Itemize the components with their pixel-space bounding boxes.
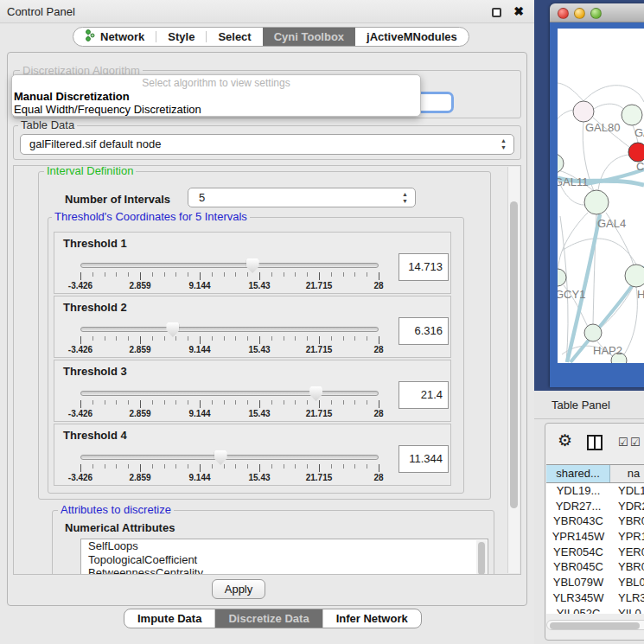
slider-tick — [235, 336, 236, 341]
table-row[interactable]: YBL079WYBL0 — [546, 575, 644, 590]
slider-tick — [200, 464, 201, 472]
number-of-intervals-label: Number of Intervals — [65, 193, 170, 206]
slider-tick — [175, 272, 176, 277]
tab-label: Impute Data — [137, 612, 201, 625]
slider-tick — [188, 464, 188, 469]
table-row[interactable]: YDL19...YDL1 — [546, 483, 644, 499]
attribute-list-item[interactable]: BetweennessCentrality — [81, 566, 488, 575]
tab-label: Select — [218, 30, 251, 43]
columns-icon[interactable] — [587, 435, 603, 450]
spinner-stepper-icon[interactable]: ▲▼ — [402, 191, 408, 205]
gear-icon[interactable]: ⚙ — [558, 430, 572, 450]
close-icon[interactable]: ✖ — [513, 4, 524, 18]
tab-network[interactable]: Network — [73, 28, 156, 46]
table-row[interactable]: YBR043CYBR0 — [546, 513, 644, 529]
slider-tick — [319, 336, 320, 344]
slider-tick-label: 28 — [373, 409, 383, 418]
slider-tick-label: 15.43 — [248, 473, 270, 482]
number-of-intervals-spinner[interactable]: 5 ▲▼ — [188, 188, 416, 207]
combo-stepper-icon[interactable]: ▲▼ — [501, 137, 507, 151]
slider-tick — [140, 400, 141, 408]
tab-style[interactable]: Style — [156, 28, 206, 46]
slider-tick — [116, 336, 117, 341]
network-window-titlebar[interactable] — [550, 3, 644, 22]
panel-title: Control Panel — [7, 5, 75, 18]
table-horizontal-scrollbar[interactable] — [546, 620, 644, 630]
column-header-1[interactable]: shared... — [546, 465, 610, 482]
slider-tick — [235, 272, 236, 277]
slider-tick — [92, 400, 93, 405]
algorithm-option[interactable]: Equal Width/Frequency Discretization — [14, 103, 418, 116]
checkbox-icon[interactable]: ☑ — [630, 436, 641, 449]
table-hscrollbar-thumb[interactable] — [550, 622, 640, 629]
slider-thumb[interactable] — [166, 322, 179, 337]
attributes-list-scrollbar[interactable] — [476, 540, 487, 575]
attribute-list-item[interactable]: TopologicalCoefficient — [81, 553, 488, 567]
slider-tick — [164, 272, 165, 277]
float-panel-icon[interactable] — [492, 8, 501, 17]
table-cell: YDR27... — [546, 499, 610, 514]
node-table[interactable]: shared...na YDL19...YDL1YDR27...YDR2YBR0… — [546, 464, 644, 614]
node — [622, 105, 642, 125]
threshold-value-field[interactable]: 21.4 — [399, 381, 449, 409]
tab-label: jActiveMNodules — [367, 30, 457, 43]
slider-tick — [128, 336, 129, 341]
table-row[interactable]: YDR27...YDR2 — [546, 499, 644, 514]
table-data-value: galFiltered.sif default node — [29, 137, 161, 150]
slider-tick — [379, 464, 379, 472]
table-row[interactable]: YPR145WYPR1 — [546, 529, 644, 545]
table-data-combobox[interactable]: galFiltered.sif default node ▲▼ — [20, 134, 514, 155]
table-row[interactable]: YIL052CYIL0 — [546, 606, 644, 615]
node-label-h: H — [637, 288, 644, 301]
tab-select[interactable]: Select — [207, 28, 262, 46]
zoom-traffic-light-icon[interactable] — [590, 8, 602, 19]
slider-tick — [80, 400, 81, 408]
slider-tick — [224, 464, 225, 469]
attribute-list-item[interactable]: SelfLoops — [81, 539, 488, 553]
bottom-tab-infer-network[interactable]: Infer Network — [323, 609, 421, 628]
tab-cyni-toolbox[interactable]: Cyni Toolbox — [263, 28, 355, 46]
settings-scrollbar[interactable] — [507, 167, 520, 573]
table-row[interactable]: YER054CYER0 — [546, 545, 644, 560]
threshold-slider[interactable] — [80, 391, 379, 396]
threshold-slider[interactable] — [80, 327, 379, 332]
slider-tick — [152, 272, 153, 277]
tab-label: Network — [100, 30, 144, 43]
network-icon — [85, 29, 95, 44]
threshold-value-field[interactable]: 11.344 — [399, 445, 449, 473]
tab-jactivemnodules[interactable]: jActiveMNodules — [355, 28, 469, 46]
slider-tick — [295, 464, 296, 469]
column-header-2[interactable]: na — [610, 465, 644, 482]
table-cell: YER0 — [610, 545, 644, 560]
slider-tick — [331, 336, 332, 341]
table-row[interactable]: YBR045CYBR0 — [546, 559, 644, 575]
threshold-slider[interactable] — [80, 455, 379, 460]
slider-tick — [212, 336, 213, 341]
bottom-tab-impute-data[interactable]: Impute Data — [124, 609, 215, 628]
checkbox-icon[interactable]: ☑ — [618, 436, 628, 449]
node-label-gal11: GAL11 — [558, 175, 589, 188]
settings-scrollbar-thumb[interactable] — [510, 201, 518, 508]
minimize-traffic-light-icon[interactable] — [574, 8, 585, 19]
table-row[interactable]: YLR345WYLR3 — [546, 590, 644, 606]
tab-label: Discretize Data — [228, 612, 309, 625]
threshold-value-field[interactable]: 6.316 — [399, 317, 449, 345]
slider-tick — [331, 272, 332, 277]
algorithm-option[interactable]: Manual Discretization — [14, 90, 418, 103]
threshold-value-field[interactable]: 14.713 — [399, 253, 449, 281]
bottom-tab-discretize-data[interactable]: Discretize Data — [215, 609, 322, 628]
slider-tick — [105, 272, 105, 277]
close-traffic-light-icon[interactable] — [558, 8, 569, 19]
slider-tick — [235, 464, 236, 469]
slider-thumb[interactable] — [214, 450, 227, 465]
slider-tick — [105, 464, 105, 469]
apply-button[interactable]: Apply — [212, 579, 265, 599]
network-canvas[interactable]: GAL80GAGAL11CGAL4GCY1HHAP2 — [558, 29, 644, 363]
tab-bar: NetworkStyleSelectCyni ToolboxjActiveMNo… — [73, 27, 469, 47]
slider-thumb[interactable] — [309, 386, 322, 401]
slider-tick — [367, 464, 367, 469]
slider-tick — [105, 400, 105, 405]
numerical-attributes-list[interactable]: SelfLoopsTopologicalCoefficientBetweenne… — [80, 539, 488, 575]
threshold-slider[interactable] — [80, 263, 379, 268]
slider-thumb[interactable] — [246, 258, 259, 273]
